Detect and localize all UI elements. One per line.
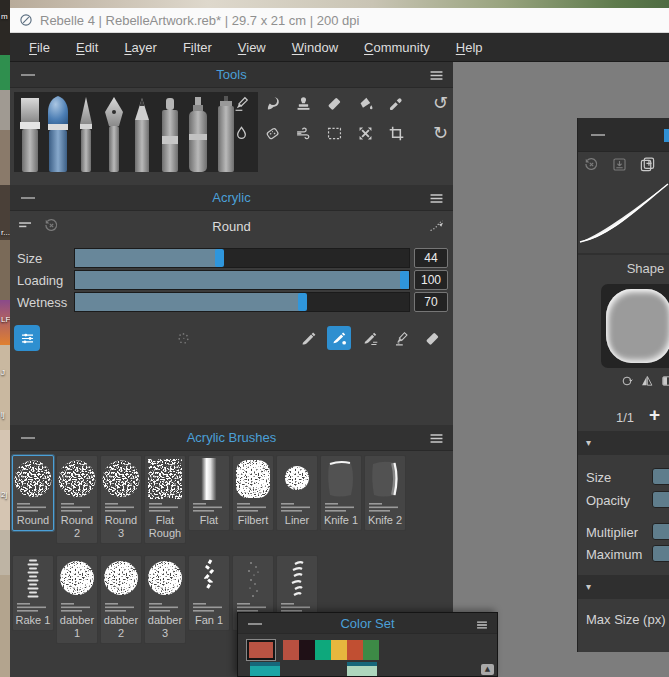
color-swatch[interactable] <box>363 640 379 660</box>
add-shape-button[interactable]: + <box>649 404 660 426</box>
marker-image[interactable] <box>156 94 184 172</box>
slider-handle[interactable] <box>215 249 224 267</box>
flat-brush-image[interactable] <box>16 94 44 172</box>
color-swatch[interactable] <box>299 640 315 660</box>
color-swatch[interactable] <box>347 640 363 660</box>
tools-panel-header: Tools <box>10 62 453 88</box>
color-swatch-group[interactable] <box>347 662 377 676</box>
airbrush-bottle-image[interactable] <box>184 94 212 172</box>
brush-creator-toolbar <box>583 156 656 173</box>
menu-layer[interactable]: Layer <box>111 35 170 60</box>
size-slider-stub[interactable] <box>652 468 669 485</box>
menu-window[interactable]: Window <box>279 35 351 60</box>
brush-tile-round-3[interactable]: Round 3 <box>100 455 142 544</box>
loading-slider[interactable] <box>74 270 410 290</box>
reset-brush-icon[interactable] <box>583 156 600 173</box>
pencil-image[interactable] <box>128 94 156 172</box>
draw-tool-icon[interactable] <box>233 95 250 112</box>
erase-tool-icon[interactable] <box>326 95 343 112</box>
visual-settings-button[interactable] <box>14 325 40 351</box>
brush-tile-dabber-1[interactable]: dabber 1 <box>56 555 98 644</box>
brush-tile-flat[interactable]: Flat <box>188 455 230 531</box>
size-slider[interactable] <box>74 248 410 268</box>
collapse-dash-icon[interactable] <box>591 134 605 136</box>
menu-help[interactable]: Help <box>443 35 496 60</box>
brush-thumbnail <box>277 556 317 614</box>
dirty-brush-tool-icon[interactable] <box>264 125 281 142</box>
slider-value[interactable]: 44 <box>414 248 448 268</box>
blend-tool-icon[interactable] <box>264 95 281 112</box>
loading-slider-row: Loading100 <box>10 269 453 291</box>
blow-tool-icon[interactable] <box>295 125 312 142</box>
brush-tile-label: Knife 2 <box>365 514 405 530</box>
ink-pen-image[interactable] <box>100 94 128 172</box>
pointed-brush-image[interactable] <box>72 94 100 172</box>
pick-tool-icon[interactable] <box>388 95 405 112</box>
panel-menu-icon[interactable] <box>428 190 445 207</box>
desktop-text-fragment: lj <box>1 410 5 419</box>
brush-tile-dabber-2[interactable]: dabber 2 <box>100 555 142 644</box>
stroke-settings-icon[interactable] <box>428 217 445 234</box>
section-collapse-bar[interactable]: ▾ <box>578 575 669 599</box>
opacity-slider-stub[interactable] <box>652 491 669 508</box>
brush-tile-round[interactable]: Round <box>12 455 54 531</box>
brush-shape-preview[interactable] <box>601 284 669 368</box>
slider-value[interactable]: 100 <box>414 270 448 290</box>
multiplier-slider-stub[interactable] <box>652 523 669 540</box>
fill-tool-icon[interactable] <box>357 95 374 112</box>
maximum-slider-stub[interactable] <box>652 545 669 562</box>
slider-value[interactable]: 70 <box>414 292 448 312</box>
paint-mode-button[interactable] <box>296 326 320 350</box>
color-swatch[interactable] <box>331 640 347 660</box>
window-titlebar[interactable]: Rebelle 4 | RebelleArtwork.reb* | 29.7 x… <box>10 8 669 33</box>
redo-icon[interactable]: ↻ <box>433 124 448 142</box>
desktop-fragment <box>0 90 10 130</box>
panel-menu-icon[interactable] <box>428 430 445 447</box>
brush-tile-fan-1[interactable]: Fan 1 <box>188 555 230 631</box>
brush-tile-rake-1[interactable]: Rake 1 <box>12 555 54 631</box>
erase-mode-button[interactable] <box>420 326 444 350</box>
liner-mode-button[interactable] <box>389 326 413 350</box>
round-blue-brush-image[interactable] <box>44 94 72 172</box>
menu-filter[interactable]: Filter <box>170 35 225 60</box>
wetness-slider[interactable] <box>74 292 410 312</box>
brush-tile-dabber-3[interactable]: dabber 3 <box>144 555 186 644</box>
color-swatch[interactable] <box>315 640 331 660</box>
menu-edit[interactable]: Edit <box>63 35 111 60</box>
brush-tile-knife-1[interactable]: Knife 1 <box>320 455 362 531</box>
crop-tool-icon[interactable] <box>388 125 405 142</box>
slider-handle[interactable] <box>400 271 409 289</box>
brush-tile-knife-2[interactable]: Knife 2 <box>364 455 406 531</box>
rotate-icon[interactable] <box>620 374 634 388</box>
brush-tile-liner[interactable]: Liner <box>276 455 318 531</box>
color-swatch[interactable] <box>283 640 299 660</box>
menu-view[interactable]: View <box>225 35 279 60</box>
dry-brush-mode-button[interactable] <box>358 326 382 350</box>
panel-menu-icon[interactable] <box>475 618 489 632</box>
brush-tile-flat-rough[interactable]: Flat Rough <box>144 455 186 544</box>
clone-tool-icon[interactable] <box>295 95 312 112</box>
slider-fill <box>75 271 409 289</box>
water-tool-icon[interactable] <box>233 125 250 142</box>
menu-community[interactable]: Community <box>351 35 443 60</box>
select-tool-icon[interactable] <box>326 125 343 142</box>
undo-icon[interactable]: ↺ <box>433 94 448 112</box>
slider-label: Wetness <box>17 295 74 310</box>
section-collapse-bar[interactable]: ▾ <box>578 431 669 455</box>
paint-blend-mode-button[interactable] <box>327 326 351 350</box>
transform-tool-icon[interactable] <box>357 125 374 142</box>
brush-tile-round-2[interactable]: Round 2 <box>56 455 98 544</box>
brush-tile-filbert[interactable]: Filbert <box>232 455 274 531</box>
color-swatch-group[interactable] <box>250 662 280 676</box>
desktop-fragment <box>0 575 10 677</box>
import-brush-icon[interactable] <box>611 156 628 173</box>
invert-icon[interactable] <box>660 374 669 388</box>
scroll-up-button[interactable]: ▲ <box>481 664 494 675</box>
slider-handle[interactable] <box>298 293 307 311</box>
menu-file[interactable]: File <box>16 35 63 60</box>
current-color-swatch[interactable] <box>246 639 276 661</box>
divider <box>578 253 669 255</box>
duplicate-brush-icon[interactable] <box>639 156 656 173</box>
panel-menu-icon[interactable] <box>428 67 445 84</box>
flip-horizontal-icon[interactable] <box>640 374 654 388</box>
